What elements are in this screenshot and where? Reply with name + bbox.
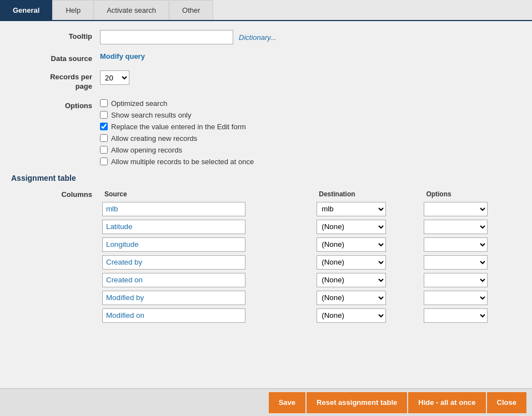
- option-checkbox-4[interactable]: [100, 134, 108, 142]
- table-row: (None)mlbLatitudeLongitudeCreated byCrea…: [100, 236, 521, 253]
- table-row: (None)mlbLatitudeLongitudeCreated byCrea…: [100, 271, 521, 289]
- tab-help[interactable]: Help: [53, 0, 93, 20]
- option-checkbox-1[interactable]: [100, 99, 108, 107]
- destination-select-6[interactable]: (None)mlbLatitudeLongitudeCreated byCrea…: [317, 308, 386, 323]
- main-content: Tooltip Dictionary... Data source Modify…: [0, 21, 532, 384]
- source-input-0[interactable]: [102, 202, 245, 216]
- options-select-5[interactable]: [424, 291, 488, 305]
- destination-select-3[interactable]: (None)mlbLatitudeLongitudeCreated byCrea…: [317, 255, 386, 270]
- options-select-0[interactable]: [424, 202, 488, 216]
- table-row: (None)mlbLatitudeLongitudeCreated byCrea…: [100, 307, 521, 324]
- tooltip-label: Tooltip: [11, 30, 100, 40]
- options-label: Options: [11, 99, 100, 110]
- table-row: (None)mlbLatitudeLongitudeCreated byCrea…: [100, 218, 521, 236]
- option-item-6: Allow multiple records to be selected at…: [100, 158, 521, 166]
- modify-query-link[interactable]: Modify query: [100, 52, 145, 60]
- records-per-page-row: Records per page 10 20 50 100: [11, 70, 521, 92]
- option-item-3: Replace the value entered in the Edit fo…: [100, 123, 521, 131]
- options-select-2[interactable]: [424, 237, 488, 252]
- records-label: Records per page: [11, 70, 100, 92]
- source-input-2[interactable]: [102, 237, 245, 252]
- tooltip-input[interactable]: [100, 30, 233, 44]
- hide-button[interactable]: Hide - all at once: [408, 392, 485, 413]
- columns-label: Columns: [11, 188, 100, 199]
- tab-bar: General Help Activate search Other: [0, 0, 532, 21]
- col-header-options: Options: [421, 188, 521, 200]
- source-input-4[interactable]: [102, 273, 245, 287]
- options-select-3[interactable]: [424, 255, 488, 270]
- options-select-4[interactable]: [424, 273, 488, 287]
- close-button[interactable]: Close: [487, 392, 526, 413]
- reset-button[interactable]: Reset assignment table: [307, 392, 407, 413]
- tab-other[interactable]: Other: [169, 0, 213, 20]
- table-row: (None)mlbLatitudeLongitudeCreated byCrea…: [100, 253, 521, 271]
- option-label-4[interactable]: Allow creating new records: [111, 134, 197, 143]
- source-input-6[interactable]: [102, 308, 245, 323]
- option-label-1[interactable]: Optimized search: [111, 99, 167, 108]
- options-row: Options Optimized search Show search res…: [11, 99, 521, 166]
- option-item-4: Allow creating new records: [100, 134, 521, 143]
- columns-row: Columns Source Destination Options mlb(N…: [11, 188, 521, 324]
- footer: Save Reset assignment table Hide - all a…: [0, 388, 532, 416]
- records-select[interactable]: 10 20 50 100: [100, 70, 129, 85]
- option-checkbox-6[interactable]: [100, 158, 108, 165]
- source-input-3[interactable]: [102, 255, 245, 270]
- save-button[interactable]: Save: [269, 392, 305, 413]
- destination-select-1[interactable]: (None)mlbLatitudeLongitudeCreated byCrea…: [317, 220, 386, 234]
- data-source-row: Data source Modify query: [11, 52, 521, 63]
- option-checkbox-2[interactable]: [100, 111, 108, 119]
- destination-select-4[interactable]: (None)mlbLatitudeLongitudeCreated byCrea…: [317, 273, 386, 287]
- option-label-6[interactable]: Allow multiple records to be selected at…: [111, 158, 254, 166]
- options-list: Optimized search Show search results onl…: [100, 99, 521, 166]
- option-checkbox-5[interactable]: [100, 146, 108, 154]
- destination-select-2[interactable]: (None)mlbLatitudeLongitudeCreated byCrea…: [317, 237, 386, 252]
- col-header-destination: Destination: [314, 188, 421, 200]
- options-select-6[interactable]: [424, 308, 488, 323]
- tooltip-row: Tooltip Dictionary...: [11, 30, 521, 44]
- data-source-label: Data source: [11, 52, 100, 63]
- destination-select-0[interactable]: mlb(None)LatitudeLongitudeCreated byCrea…: [317, 202, 386, 216]
- assignment-table: Source Destination Options mlb(None)Lati…: [100, 188, 521, 324]
- option-item-2: Show search results only: [100, 111, 521, 119]
- option-checkbox-3[interactable]: [100, 123, 108, 130]
- options-select-1[interactable]: [424, 220, 488, 234]
- assignment-table-title: Assignment table: [11, 174, 521, 182]
- table-row: mlb(None)LatitudeLongitudeCreated byCrea…: [100, 200, 521, 218]
- col-header-source: Source: [100, 188, 314, 200]
- source-input-1[interactable]: [102, 220, 245, 234]
- table-row: (None)mlbLatitudeLongitudeCreated byCrea…: [100, 289, 521, 307]
- source-input-5[interactable]: [102, 291, 245, 305]
- option-label-3[interactable]: Replace the value entered in the Edit fo…: [111, 123, 246, 131]
- option-label-2[interactable]: Show search results only: [111, 111, 192, 119]
- option-label-5[interactable]: Allow opening records: [111, 146, 182, 154]
- tab-general[interactable]: General: [0, 0, 52, 20]
- dictionary-link[interactable]: Dictionary...: [239, 33, 277, 42]
- option-item-1: Optimized search: [100, 99, 521, 108]
- option-item-5: Allow opening records: [100, 146, 521, 154]
- tab-activate-search[interactable]: Activate search: [94, 0, 169, 20]
- destination-select-5[interactable]: (None)mlbLatitudeLongitudeCreated byCrea…: [317, 291, 386, 305]
